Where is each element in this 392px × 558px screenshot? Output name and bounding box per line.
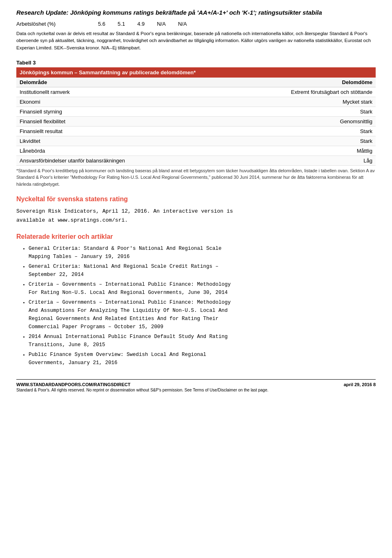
table3-cell-right: Måttlig (196, 146, 376, 156)
table3-cell-right: Stark (196, 136, 376, 146)
page-footer: WWW.STANDARDANDPOORS.COM/RATINGSDIRECT S… (16, 379, 376, 392)
stat-val-1: 5.6 (98, 21, 105, 27)
stat-val-5: N/A (178, 21, 187, 27)
table3-cell-left: Institutionellt ramverk (16, 87, 196, 97)
stat-val-4: N/A (157, 21, 166, 27)
table3-footnote: *Standard & Poor's kreditbetyg på kommun… (16, 167, 376, 188)
table3-cell-right: Stark (196, 107, 376, 116)
footer-left-col: WWW.STANDARDANDPOORS.COM/RATINGSDIRECT S… (16, 382, 268, 392)
table3: Jönköpings kommun – Sammanfattning av pu… (16, 67, 376, 166)
table3-cell-left: Likviditet (16, 136, 196, 146)
footer-disclaimer: Standard & Poor's. All rights reserved. … (16, 388, 268, 392)
table3-cell-right: Stark (196, 126, 376, 136)
table3-col-header: Delområde Delomdöme (16, 78, 376, 87)
section1-text: Sovereign Risk Indicators, April 12, 201… (16, 207, 376, 225)
table3-cell-left: Finansiell styrning (16, 107, 196, 116)
table3-cell-left: Ansvarsförbindelser utanför balansräknin… (16, 156, 196, 165)
page-title: Research Update: Jönköping kommuns ratin… (16, 8, 376, 17)
section1-heading: Nyckeltal för svenska statens rating (16, 196, 376, 203)
table3-cell-right: Extremt förutsägbart och stöttande (196, 87, 376, 97)
table3-title: Jönköpings kommun – Sammanfattning av pu… (16, 67, 376, 78)
table3-row: Ansvarsförbindelser utanför balansräknin… (16, 156, 376, 165)
criteria-item: General Criteria: Standard & Poor's Nati… (29, 245, 376, 261)
table3-cell-left: Lånebörda (16, 146, 196, 156)
table3-cell-right: Låg (196, 156, 376, 165)
table3-row: LånebördaMåttlig (16, 146, 376, 156)
page-header: Research Update: Jönköping kommuns ratin… (16, 8, 376, 17)
criteria-item: Public Finance System Overview: Swedish … (29, 351, 376, 367)
table3-row: LikviditetStark (16, 136, 376, 146)
table3-cell-left: Ekonomi (16, 97, 196, 107)
table3-cell-right: Mycket stark (196, 97, 376, 107)
criteria-item: Criteria – Governments – International P… (29, 298, 376, 331)
stats-label: Arbetslöshet (%) (16, 21, 98, 27)
table3-label: Tabell 3 (16, 60, 376, 66)
section2-heading: Relaterade kriterier och artiklar (16, 233, 376, 240)
stats-row: Arbetslöshet (%) 5.6 5.1 4.9 N/A N/A (16, 21, 376, 27)
criteria-item: 2014 Annual International Public Finance… (29, 333, 376, 349)
stats-section: Arbetslöshet (%) 5.6 5.1 4.9 N/A N/A (16, 21, 376, 27)
bullet-list: General Criteria: Standard & Poor's Nati… (16, 245, 376, 367)
stat-val-3: 4.9 (137, 21, 145, 27)
stats-values: 5.6 5.1 4.9 N/A N/A (98, 21, 187, 27)
stat-val-2: 5.1 (118, 21, 125, 27)
table3-row: Finansiell styrningStark (16, 107, 376, 116)
disclaimer-text: Data och nyckeltal ovan är delvis ett re… (16, 30, 376, 51)
table3-row: Institutionellt ramverkExtremt förutsägb… (16, 87, 376, 97)
col-header-left: Delområde (16, 78, 196, 87)
table3-cell-left: Finansiell flexibilitet (16, 116, 196, 126)
section2: Relaterade kriterier och artiklar Genera… (16, 233, 376, 367)
criteria-item: Criteria – Governments – International P… (29, 280, 376, 297)
table3-row: Finansiellt resultatStark (16, 126, 376, 136)
criteria-item: General Criteria: National And Regional … (29, 262, 376, 279)
footer-date: april 29, 2016 8 (344, 382, 376, 387)
section1: Nyckeltal för svenska statens rating Sov… (16, 196, 376, 225)
table3-row: Finansiell flexibilitetGenomsnittlig (16, 116, 376, 126)
footer-website: WWW.STANDARDANDPOORS.COM/RATINGSDIRECT (16, 382, 268, 387)
col-header-right: Delomdöme (196, 78, 376, 87)
table3-header-row: Jönköpings kommun – Sammanfattning av pu… (16, 67, 376, 78)
table3-cell-left: Finansiellt resultat (16, 126, 196, 136)
table3-cell-right: Genomsnittlig (196, 116, 376, 126)
table3-row: EkonomiMycket stark (16, 97, 376, 107)
table3-container: Tabell 3 Jönköpings kommun – Sammanfattn… (16, 60, 376, 188)
